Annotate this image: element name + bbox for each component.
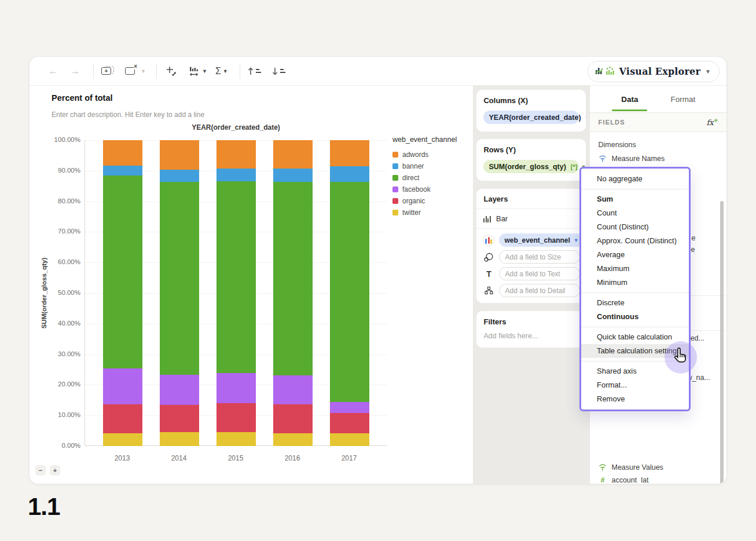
rows-pill-label: SUM(order_gloss_qty) (489, 163, 566, 171)
bar-segment-banner[interactable] (160, 170, 199, 182)
add-chart-button[interactable]: + (101, 63, 116, 79)
bar-segment-banner[interactable] (216, 169, 256, 181)
bar-segment-adwords[interactable] (160, 140, 199, 170)
bar-segment-direct[interactable] (103, 176, 142, 369)
sort-ascending-icon (248, 67, 261, 76)
stacked-bar-2015[interactable] (216, 140, 256, 446)
legend-item-twitter[interactable]: twitter (392, 209, 471, 217)
y-tick-label: 0.00% (40, 442, 80, 449)
bar-segment-twitter[interactable] (103, 433, 142, 446)
stacked-bar-2014[interactable] (160, 140, 199, 446)
stacked-bar-2017[interactable] (330, 140, 369, 446)
stacked-bar-2013[interactable] (103, 140, 142, 446)
bar-segment-facebook[interactable] (160, 375, 199, 405)
bar-segment-twitter[interactable] (330, 433, 369, 446)
chevron-down-icon[interactable]: ▼ (574, 237, 579, 243)
bar-segment-twitter[interactable] (216, 432, 256, 446)
text-field-dropzone[interactable]: Add a field to Text (499, 267, 580, 280)
chart-description-placeholder[interactable]: Enter chart description. Hit Enter key t… (52, 111, 204, 119)
back-button[interactable]: ← (46, 63, 61, 79)
size-field-dropzone[interactable]: Add a field to Size (499, 250, 580, 264)
sort-descending-button[interactable] (271, 63, 287, 79)
bar-segment-adwords[interactable] (273, 140, 313, 169)
legend-item-direct[interactable]: direct (392, 174, 471, 182)
legend-item-adwords[interactable]: adwords (392, 151, 471, 159)
stacked-bar-2016[interactable] (273, 140, 313, 446)
bar-segment-banner[interactable] (273, 169, 313, 182)
menu-item-format[interactable]: Format... (581, 378, 689, 392)
add-calculation-button[interactable]: fx+ (706, 117, 718, 127)
menu-item-minimum[interactable]: Minimum (581, 276, 689, 290)
add-chart-icon: + (101, 66, 115, 76)
bar-mark-icon (483, 215, 491, 222)
bar-segment-banner[interactable] (330, 166, 369, 182)
menu-item-approx-count-distinct[interactable]: Approx. Count (Distinct) (581, 234, 689, 248)
bar-segment-direct[interactable] (160, 182, 199, 375)
color-field-pill[interactable]: web_event_channel ▼ (499, 233, 583, 247)
legend-item-facebook[interactable]: facebook (392, 185, 471, 193)
back-arrow-icon: ← (49, 66, 58, 76)
tab-format[interactable]: Format (668, 87, 698, 111)
bar-segment-organic[interactable] (216, 403, 256, 432)
bar-segment-adwords[interactable] (330, 140, 369, 166)
menu-item-no-aggregate[interactable]: No aggregate (581, 172, 689, 186)
menu-item-quick-table-calculation[interactable]: Quick table calculation (581, 330, 689, 344)
bar-segment-facebook[interactable] (103, 368, 142, 404)
menu-divider (581, 327, 689, 327)
menu-item-average[interactable]: Average (581, 248, 689, 262)
sort-ascending-button[interactable] (247, 63, 262, 79)
legend-item-organic[interactable]: organic (392, 197, 471, 205)
chevron-down-icon: ▼ (223, 68, 228, 74)
bar-segment-organic[interactable] (103, 404, 142, 433)
tab-data[interactable]: Data (619, 87, 640, 111)
detail-field-dropzone[interactable]: Add a field to Detail (499, 284, 580, 297)
visual-explorer-selector[interactable]: Visual Explorer ▼ (588, 61, 720, 82)
bar-segment-twitter[interactable] (273, 433, 313, 446)
field-item-account-lat[interactable]: #account_lat (590, 474, 726, 484)
bar-segment-organic[interactable] (160, 405, 199, 432)
legend-title: web_event_channel (392, 136, 471, 144)
bar-segment-facebook[interactable] (330, 402, 369, 413)
forward-button[interactable]: → (68, 63, 83, 79)
filters-dropzone[interactable]: Add fields here... (483, 332, 579, 340)
columns-pill[interactable]: YEAR(order_created_date) ▼ (483, 111, 579, 124)
sigma-icon: Σ (215, 66, 221, 76)
x-tick-label: 2017 (329, 454, 369, 462)
bar-segment-organic[interactable] (330, 413, 369, 434)
rows-card: Rows (Y) SUM(order_gloss_qty) [*] ▼ (476, 139, 586, 181)
field-item-measure-names[interactable]: Measure Names (590, 152, 726, 165)
menu-item-maximum[interactable]: Maximum (581, 262, 689, 276)
field-item-measure-values[interactable]: Measure Values (590, 461, 726, 474)
bar-width-button[interactable]: ▼ (188, 63, 207, 79)
aggregate-button[interactable]: Σ ▼ (214, 63, 229, 79)
dimensions-section-label: Dimensions (590, 132, 726, 152)
bar-segment-direct[interactable] (273, 182, 313, 375)
menu-item-count-distinct[interactable]: Count (Distinct) (581, 220, 689, 234)
fields-scrollbar[interactable] (720, 201, 724, 484)
chevron-down-icon: ▼ (705, 68, 711, 75)
rows-pill[interactable]: SUM(order_gloss_qty) [*] ▼ (483, 160, 579, 173)
bar-segment-direct[interactable] (216, 181, 256, 374)
bar-segment-organic[interactable] (273, 404, 313, 433)
bar-segment-twitter[interactable] (160, 432, 199, 446)
menu-item-discrete[interactable]: Discrete (581, 296, 689, 310)
mark-type-selector[interactable]: Bar (476, 209, 586, 229)
remove-chart-button[interactable]: × ▼ (125, 63, 146, 79)
menu-item-sum[interactable]: Sum (581, 192, 689, 206)
chart-title[interactable]: Percent of total (52, 93, 113, 103)
bar-segment-direct[interactable] (330, 182, 369, 402)
bar-segment-adwords[interactable] (103, 140, 142, 166)
menu-item-continuous[interactable]: Continuous (581, 310, 689, 324)
chevron-down-icon[interactable]: ▼ (585, 115, 586, 120)
legend-item-banner[interactable]: banner (392, 162, 471, 170)
bar-segment-banner[interactable] (103, 166, 142, 176)
zoom-out-button[interactable]: − (35, 465, 46, 476)
zoom-controls: − + (35, 465, 60, 476)
zoom-in-button[interactable]: + (50, 465, 60, 476)
menu-item-remove[interactable]: Remove (581, 392, 689, 406)
menu-item-count[interactable]: Count (581, 206, 689, 220)
bar-segment-facebook[interactable] (273, 375, 313, 404)
bar-segment-facebook[interactable] (216, 373, 256, 403)
bar-segment-adwords[interactable] (216, 140, 256, 169)
swap-axes-button[interactable] (164, 63, 179, 79)
